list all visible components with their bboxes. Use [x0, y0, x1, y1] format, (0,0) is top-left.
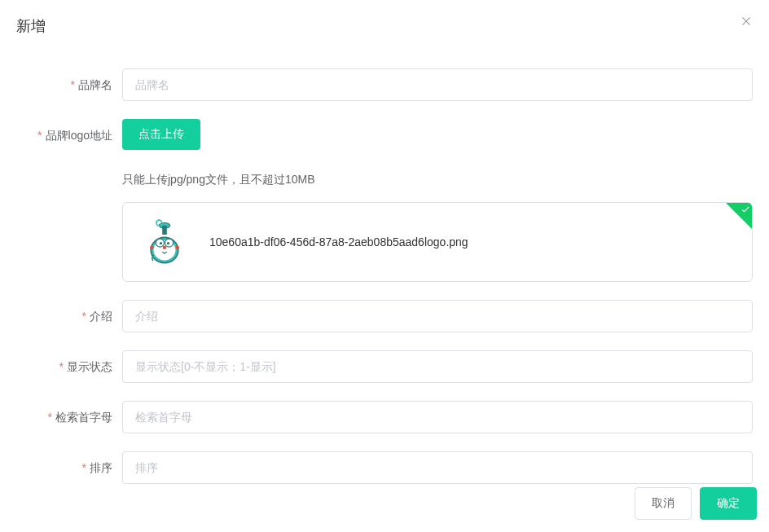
upload-thumbnail [136, 218, 193, 266]
svg-point-8 [167, 242, 169, 244]
upload-tip: 只能上传jpg/png文件，且不超过10MB [122, 173, 753, 187]
close-icon[interactable] [740, 15, 753, 30]
upload-button[interactable]: 点击上传 [122, 119, 200, 150]
intro-input[interactable] [122, 300, 753, 332]
form-item-show-status: 显示状态 [16, 350, 753, 383]
brand-name-label: 品牌名 [16, 68, 122, 101]
form-item-sort: 排序 [16, 451, 753, 484]
dialog-footer: 取消 确定 [635, 487, 757, 520]
sort-label: 排序 [16, 451, 122, 484]
form-item-intro: 介绍 [16, 300, 753, 332]
show-status-label: 显示状态 [16, 350, 122, 383]
logo-label: 品牌logo地址 [16, 119, 122, 152]
svg-point-9 [163, 245, 166, 248]
first-letter-label: 检索首字母 [16, 401, 122, 433]
upload-file-item[interactable]: 10e60a1b-df06-456d-87a8-2aeb08b5aad6logo… [122, 202, 753, 282]
dialog-header: 新增 [0, 0, 769, 44]
upload-success-icon [726, 203, 752, 229]
upload-filename: 10e60a1b-df06-456d-87a8-2aeb08b5aad6logo… [209, 235, 468, 248]
dialog-body: 品牌名 品牌logo地址 点击上传 只能上传jpg/png文件，且不超过10MB [0, 44, 769, 526]
svg-point-11 [175, 245, 178, 248]
confirm-button[interactable]: 确定 [700, 487, 757, 520]
form-item-first-letter: 检索首字母 [16, 401, 753, 433]
form-item-logo: 品牌logo地址 点击上传 只能上传jpg/png文件，且不超过10MB [16, 119, 753, 282]
svg-point-10 [150, 245, 153, 248]
brand-name-input[interactable] [122, 68, 753, 101]
show-status-input[interactable] [122, 350, 753, 383]
cancel-button[interactable]: 取消 [635, 487, 692, 520]
svg-rect-1 [162, 226, 167, 235]
dialog-title: 新增 [16, 18, 46, 34]
intro-label: 介绍 [16, 300, 122, 332]
first-letter-input[interactable] [122, 401, 753, 433]
form-item-brand-name: 品牌名 [16, 68, 753, 101]
svg-point-7 [160, 242, 162, 244]
sort-input[interactable] [122, 451, 753, 484]
